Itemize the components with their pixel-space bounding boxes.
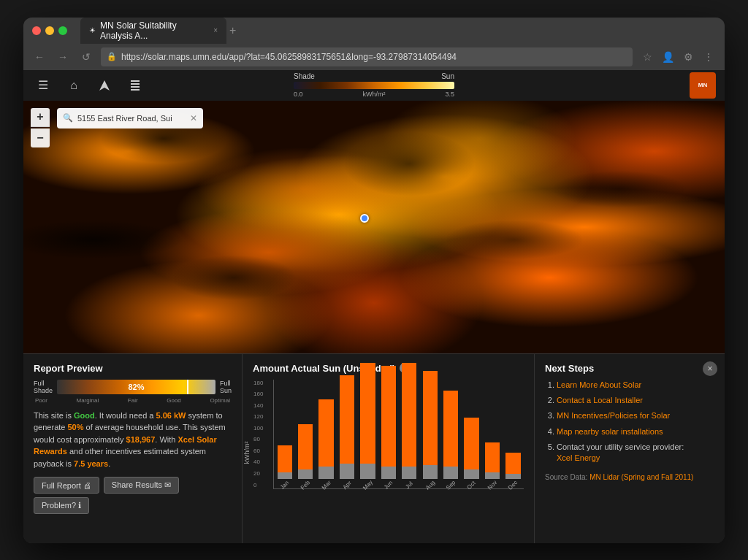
bar-group: Jun <box>379 366 397 488</box>
active-tab[interactable]: ☀ MN Solar Suitability Analysis A... × <box>80 18 226 44</box>
text-kw: 5.06 kW <box>156 411 186 420</box>
learn-more-link[interactable]: Learn More About Solar <box>557 380 641 389</box>
menu-button[interactable]: ☰ <box>32 74 54 96</box>
zoom-out-button[interactable]: − <box>31 129 50 147</box>
bar-month-label: Sep <box>445 479 457 491</box>
mn-incentives-link[interactable]: MN Incentives/Policies for Solar <box>557 411 670 420</box>
svg-rect-3 <box>131 80 140 82</box>
legend-min: 0.0 <box>294 91 303 98</box>
bar-group: Jul <box>400 363 419 488</box>
chart-y-label: kWh/m² <box>243 441 251 464</box>
y-label-text: kWh/m² <box>243 441 251 464</box>
minimize-window-btn[interactable] <box>45 26 54 35</box>
bar-stack <box>504 453 522 479</box>
tab-bar: ☀ MN Solar Suitability Analysis A... × + <box>80 18 716 44</box>
bar-month-label: Nov <box>486 479 498 491</box>
sun-label: FullSun <box>220 380 232 394</box>
legend-scale: 0.0 kWh/m² 3.5 <box>294 91 454 98</box>
sun-bar <box>443 391 458 467</box>
source-link[interactable]: MN Lidar (Spring and Fall 2011) <box>589 473 693 481</box>
xcel-energy-link[interactable]: Xcel Energy <box>557 453 600 462</box>
sun-bar <box>381 366 396 467</box>
home-button[interactable]: ⌂ <box>63 74 85 96</box>
map-controls: + − <box>31 108 50 147</box>
bar-group: Aug <box>421 371 439 488</box>
search-text: 5155 East River Road, Sui <box>77 114 186 123</box>
report-text: This site is Good. It would need a 5.06 … <box>34 410 232 470</box>
text-part2: . It would need a <box>95 411 156 420</box>
text-years: 7.5 years <box>74 459 108 468</box>
bookmark-button[interactable]: ☆ <box>638 48 656 66</box>
sun-bar <box>340 375 354 464</box>
address-bar[interactable]: 🔒 https://solar.maps.umn.edu/app/?lat=45… <box>101 47 633 66</box>
map-installations-link[interactable]: Map nearby solar installations <box>557 427 663 436</box>
problem-button[interactable]: Problem? ℹ <box>34 497 89 514</box>
legend-unit: kWh/m² <box>363 91 386 98</box>
bar-stack <box>400 363 419 478</box>
full-report-label: Full Report 🖨 <box>42 481 91 490</box>
text-end: . <box>108 459 110 468</box>
title-bar: ☀ MN Solar Suitability Analysis A... × + <box>23 18 725 44</box>
suitability-bar: 82% <box>57 380 215 394</box>
shaded-bar <box>485 472 500 478</box>
sun-bar <box>402 363 416 467</box>
tab-close-btn[interactable]: × <box>213 26 218 34</box>
settings-button[interactable]: ⚙ <box>679 48 697 66</box>
bar-month-label: Mar <box>320 479 332 491</box>
list-item: MN Incentives/Policies for Solar <box>557 410 714 421</box>
bar-month-label: Oct <box>466 479 477 490</box>
back-button[interactable]: ← <box>31 48 48 66</box>
bottom-panel: Report Preview FullShade 82% FullSun Poo… <box>23 353 725 543</box>
legend-labels: Shade Sun <box>294 72 454 80</box>
source-data: Source Data: MN Lidar (Spring and Fall 2… <box>545 473 714 481</box>
bar-month-label: Apr <box>341 479 352 490</box>
refresh-button[interactable]: ↺ <box>77 48 95 66</box>
maximize-window-btn[interactable] <box>58 26 67 35</box>
shaded-bar <box>505 474 520 479</box>
bar-month-label: Feb <box>299 479 311 491</box>
more-button[interactable]: ⋮ <box>700 48 717 66</box>
map-area[interactable]: + − 🔍 5155 East River Road, Sui ✕ <box>23 101 725 353</box>
legend-shade-label: Shade <box>294 72 315 80</box>
new-tab-button[interactable]: + <box>229 24 236 37</box>
bar-group: Oct <box>462 418 481 488</box>
search-clear-button[interactable]: ✕ <box>190 113 197 123</box>
shaded-bar <box>360 464 375 479</box>
list-item: Contact a Local Installer <box>557 395 714 406</box>
navigation-button[interactable] <box>94 74 115 96</box>
shaded-bar <box>423 465 438 478</box>
close-window-btn[interactable] <box>32 26 41 35</box>
sun-bar <box>485 442 500 473</box>
bar-stack <box>441 391 459 479</box>
bar-stack <box>421 371 439 479</box>
chart-bars: 020406080100120140160180 JanFebMarAprMay… <box>273 380 524 489</box>
bar-month-label: Jul <box>404 480 414 490</box>
problem-label: Problem? ℹ <box>42 501 81 510</box>
bar-month-label: May <box>362 478 374 491</box>
suitability-value: 82% <box>57 380 215 394</box>
search-bar[interactable]: 🔍 5155 East River Road, Sui ✕ <box>57 108 203 129</box>
chart-section: Amount Actual Sun (Unshaded) ? kWh/m² 02… <box>243 354 535 543</box>
shade-label: FullShade <box>34 380 53 394</box>
full-report-button[interactable]: Full Report 🖨 <box>34 477 99 494</box>
close-panel-button[interactable]: × <box>703 361 717 376</box>
y-tick: 40 <box>253 459 263 465</box>
y-tick: 20 <box>253 470 263 477</box>
svg-marker-0 <box>99 80 110 91</box>
profile-button[interactable]: 👤 <box>659 48 676 66</box>
share-results-button[interactable]: Share Results ✉ <box>104 477 179 494</box>
report-section: Report Preview FullShade 82% FullSun Poo… <box>23 354 243 543</box>
report-btn-row-1: Full Report 🖨 Share Results ✉ <box>34 477 179 494</box>
report-title: Report Preview <box>34 363 232 374</box>
shaded-bar <box>381 467 396 479</box>
bar-month-label: Aug <box>424 479 435 491</box>
y-tick: 60 <box>253 448 263 454</box>
bar-month-label: Jan <box>279 479 290 490</box>
next-steps-section: Next Steps × Learn More About Solar Cont… <box>535 354 725 543</box>
zoom-in-button[interactable]: + <box>31 108 50 127</box>
bar-group: May <box>359 363 377 488</box>
shaded-bar <box>443 467 458 479</box>
contact-installer-link[interactable]: Contact a Local Installer <box>557 396 643 404</box>
layers-button[interactable] <box>124 74 146 96</box>
forward-button[interactable]: → <box>54 48 72 66</box>
